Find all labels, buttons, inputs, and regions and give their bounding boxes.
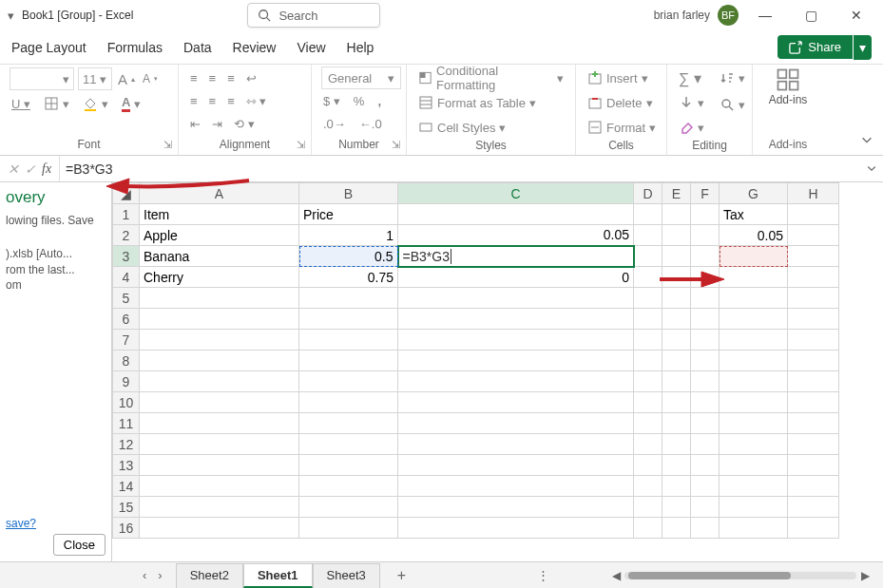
row-header-8[interactable]: 8 (113, 351, 140, 371)
align-middle-icon[interactable]: ≡ (207, 66, 219, 89)
col-header-H[interactable]: H (788, 183, 839, 204)
cell-B2[interactable]: 1 (299, 225, 398, 246)
col-header-D[interactable]: D (634, 183, 662, 204)
tab-view[interactable]: View (297, 34, 325, 61)
row-header-7[interactable]: 7 (113, 330, 140, 351)
merge-center-icon[interactable]: ⇿ ▾ (244, 89, 269, 112)
tab-review[interactable]: Review (233, 34, 277, 61)
cell-E1[interactable] (662, 204, 691, 225)
cell-A3[interactable]: Banana (140, 246, 299, 267)
sheet-add-button[interactable]: + (380, 563, 423, 588)
row-header-5[interactable]: 5 (113, 288, 140, 309)
sheet-menu-icon[interactable]: ⋮ (537, 568, 549, 582)
spreadsheet-grid[interactable]: ◢ A B C D E F G H 1 Item Price Tax 2 App (112, 182, 883, 561)
cell-A4[interactable]: Cherry (140, 267, 299, 288)
sheet-tab-sheet3[interactable]: Sheet3 (313, 563, 380, 588)
border-button[interactable]: ▾ (42, 92, 71, 115)
row-header-1[interactable]: 1 (113, 204, 140, 225)
row-header-6[interactable]: 6 (113, 309, 140, 330)
col-header-E[interactable]: E (662, 183, 691, 204)
font-size-select[interactable]: 11 ▾ (78, 67, 112, 90)
ribbon-collapse-icon[interactable] (860, 133, 873, 149)
sort-filter-button[interactable]: ▾ (718, 66, 747, 89)
format-as-table-button[interactable]: Format as Table ▾ (416, 91, 538, 114)
cell-C2[interactable]: 0.05 (398, 225, 634, 246)
cell-H4[interactable] (788, 267, 839, 288)
addins-button[interactable]: Add-ins (769, 66, 808, 106)
minimize-button[interactable]: — (746, 2, 784, 28)
cell-H2[interactable] (788, 225, 839, 246)
search-box[interactable]: Search (247, 3, 380, 28)
cell-D2[interactable] (634, 225, 662, 246)
insert-button[interactable]: Insert ▾ (585, 66, 650, 89)
clear-button[interactable]: ▾ (677, 116, 706, 139)
find-select-button[interactable]: ▾ (718, 93, 747, 116)
increase-font-icon[interactable]: A▴ (116, 67, 137, 90)
row-header-16[interactable]: 16 (113, 518, 140, 539)
fill-button[interactable]: ▾ (677, 91, 706, 114)
formula-input[interactable]: =B3*G3 (59, 156, 883, 181)
maximize-button[interactable]: ▢ (792, 2, 830, 28)
row-header-11[interactable]: 11 (113, 413, 140, 434)
format-button[interactable]: Format ▾ (585, 116, 658, 139)
formula-expand-icon[interactable] (866, 161, 877, 177)
autosum-button[interactable]: ∑ ▾ (677, 66, 706, 89)
cell-F1[interactable] (691, 204, 720, 225)
cell-F2[interactable] (691, 225, 720, 246)
row-header-15[interactable]: 15 (113, 497, 140, 518)
cell-D3[interactable] (634, 246, 662, 267)
cell-B4[interactable]: 0.75 (299, 267, 398, 288)
font-launcher-icon[interactable]: ⇲ (161, 138, 174, 151)
horizontal-scrollbar[interactable]: ◀ ▶ (607, 569, 883, 582)
cell-D1[interactable] (634, 204, 662, 225)
increase-decimal-icon[interactable]: .0→ (321, 112, 348, 135)
cell-B3[interactable]: 0.5 (299, 246, 398, 267)
cell-G2[interactable]: 0.05 (720, 225, 788, 246)
tab-data[interactable]: Data (183, 34, 212, 61)
cell-C1[interactable] (398, 204, 634, 225)
row-header-3[interactable]: 3 (113, 246, 140, 267)
sheet-nav-prev[interactable]: ‹ (143, 568, 146, 582)
align-bottom-icon[interactable]: ≡ (225, 66, 237, 89)
number-launcher-icon[interactable]: ⇲ (389, 138, 402, 151)
scroll-right-icon[interactable]: ▶ (856, 569, 873, 582)
avatar[interactable]: BF (718, 5, 739, 26)
orientation-icon[interactable]: ⟲ ▾ (232, 112, 257, 135)
sheet-nav-next[interactable]: › (158, 568, 162, 582)
recovery-file[interactable]: ).xlsb [Auto... rom the last... om (6, 246, 106, 294)
decrease-font-icon[interactable]: A▾ (141, 67, 160, 90)
cell-H3[interactable] (788, 246, 839, 267)
close-window-button[interactable]: ✕ (837, 2, 875, 28)
cell-H1[interactable] (788, 204, 839, 225)
decrease-indent-icon[interactable]: ⇤ (188, 112, 202, 135)
cell-E3[interactable] (662, 246, 691, 267)
row-header-2[interactable]: 2 (113, 225, 140, 246)
font-family-select[interactable]: ▾ (10, 67, 74, 90)
fill-color-button[interactable]: ▾ (81, 92, 110, 115)
col-header-G[interactable]: G (720, 183, 788, 204)
row-header-12[interactable]: 12 (113, 434, 140, 455)
row-header-4[interactable]: 4 (113, 267, 140, 288)
comma-format-icon[interactable]: , (375, 89, 383, 112)
fx-icon[interactable]: fx (42, 161, 51, 177)
cell-G4[interactable] (720, 267, 788, 288)
sheet-tab-sheet2[interactable]: Sheet2 (176, 563, 243, 588)
cell-E2[interactable] (662, 225, 691, 246)
align-left-icon[interactable]: ≡ (188, 89, 200, 112)
share-button[interactable]: Share (777, 35, 853, 59)
cell-C4[interactable]: 0 (398, 267, 634, 288)
tab-help[interactable]: Help (347, 34, 374, 61)
percent-format-icon[interactable]: % (352, 89, 367, 112)
tab-formulas[interactable]: Formulas (107, 34, 163, 61)
recovery-save-link[interactable]: save? (6, 517, 106, 530)
row-header-10[interactable]: 10 (113, 392, 140, 413)
cell-styles-button[interactable]: Cell Styles ▾ (416, 116, 508, 139)
align-right-icon[interactable]: ≡ (225, 89, 237, 112)
qat-chevron-icon[interactable]: ▾ (8, 9, 14, 23)
col-header-A[interactable]: A (140, 183, 299, 204)
cell-G3[interactable] (720, 246, 788, 267)
align-top-icon[interactable]: ≡ (188, 66, 200, 89)
alignment-launcher-icon[interactable]: ⇲ (294, 138, 307, 151)
scroll-thumb[interactable] (628, 572, 791, 579)
decrease-decimal-icon[interactable]: ←.0 (357, 112, 384, 135)
